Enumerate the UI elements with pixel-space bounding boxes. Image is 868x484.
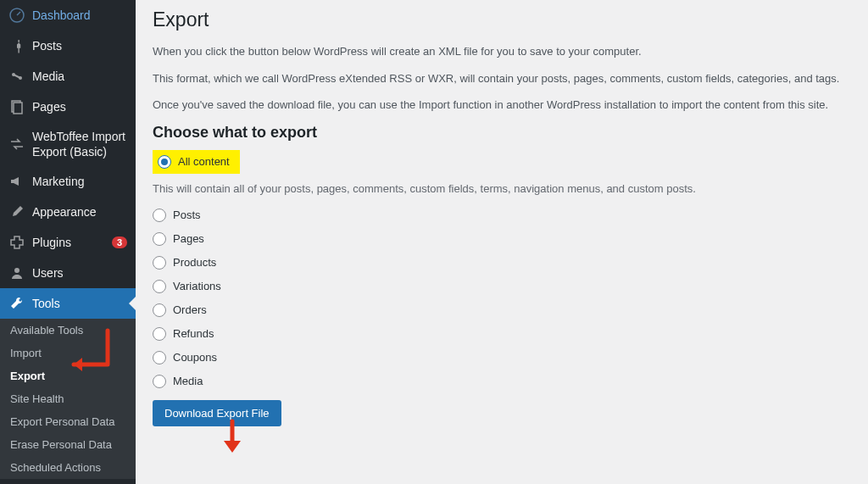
brush-icon [8, 203, 25, 220]
sidebar-item-webtoffee[interactable]: WebToffee Import Export (Basic) [0, 122, 136, 166]
main-content: Export When you click the button below W… [136, 0, 868, 484]
radio-label: All content [178, 155, 230, 168]
svg-point-5 [14, 268, 19, 273]
sidebar-item-label: WebToffee Import Export (Basic) [32, 129, 127, 159]
sidebar-item-label: Dashboard [32, 8, 127, 23]
download-export-file-button[interactable]: Download Export File [153, 400, 281, 426]
sidebar-item-label: Appearance [32, 204, 127, 220]
subnav-import[interactable]: Import [0, 342, 136, 364]
subnav-export[interactable]: Export [0, 364, 136, 387]
pages-icon [8, 98, 25, 115]
all-content-description: This will contain all of your posts, pag… [153, 182, 851, 195]
radio-label: Refunds [173, 327, 214, 340]
radio-input[interactable] [153, 351, 166, 364]
sidebar-item-label: Tools [32, 296, 127, 311]
subnav-available-tools[interactable]: Available Tools [0, 319, 136, 342]
radio-input[interactable] [158, 155, 171, 169]
subnav-site-health[interactable]: Site Health [0, 387, 136, 410]
intro-paragraph: When you click the button below WordPres… [153, 43, 851, 60]
option-variations[interactable]: Variations [153, 280, 851, 293]
radio-label: Posts [173, 209, 201, 221]
option-pages[interactable]: Pages [153, 232, 851, 246]
sidebar-item-pages[interactable]: Pages [0, 92, 136, 122]
subnav-scheduled-actions[interactable]: Scheduled Actions [0, 456, 136, 479]
sidebar-item-marketing[interactable]: Marketing [0, 166, 136, 197]
radio-input[interactable] [153, 327, 166, 341]
pin-icon [8, 37, 25, 54]
radio-label: Media [173, 375, 203, 387]
option-posts[interactable]: Posts [153, 209, 851, 222]
option-orders[interactable]: Orders [153, 303, 851, 317]
dashboard-icon [8, 7, 25, 24]
sidebar-item-label: Posts [32, 38, 127, 53]
option-media[interactable]: Media [153, 375, 851, 388]
radio-label: Products [173, 256, 216, 269]
radio-input[interactable] [153, 209, 166, 222]
sidebar-item-media[interactable]: Media [0, 61, 136, 92]
media-icon [8, 68, 25, 85]
intro-text: When you click the button below WordPres… [153, 43, 851, 114]
section-title: Choose what to export [153, 124, 851, 142]
tools-submenu: Available Tools Import Export Site Healt… [0, 319, 136, 479]
sidebar-item-posts[interactable]: Posts [0, 31, 136, 61]
plugin-update-badge: 3 [112, 236, 127, 248]
sidebar-item-tools[interactable]: Tools [0, 288, 136, 319]
radio-label: Variations [173, 280, 221, 292]
sidebar-item-label: Marketing [32, 174, 127, 189]
sidebar-item-dashboard[interactable]: Dashboard [0, 0, 136, 31]
svg-rect-4 [14, 103, 22, 114]
sidebar-item-users[interactable]: Users [0, 258, 136, 288]
radio-input[interactable] [153, 303, 166, 317]
megaphone-icon [8, 173, 25, 190]
sidebar-item-appearance[interactable]: Appearance [0, 197, 136, 227]
radio-input[interactable] [153, 256, 166, 270]
swap-icon [8, 136, 25, 153]
sidebar-item-plugins[interactable]: Plugins 3 [0, 227, 136, 258]
users-icon [8, 264, 25, 281]
subnav-erase-personal-data[interactable]: Erase Personal Data [0, 433, 136, 456]
intro-paragraph: This format, which we call WordPress eXt… [153, 70, 851, 87]
sidebar-item-label: Plugins [32, 235, 105, 250]
sidebar-item-label: Users [32, 265, 127, 281]
sidebar-item-label: Pages [32, 99, 127, 114]
sidebar-item-label: Media [32, 69, 127, 84]
option-refunds[interactable]: Refunds [153, 327, 851, 341]
wrench-icon [8, 295, 25, 312]
admin-sidebar: Dashboard Posts Media Pages WebToffee Im… [0, 0, 136, 484]
radio-input[interactable] [153, 375, 166, 388]
export-options: All content This will contain all of you… [153, 150, 851, 388]
radio-label: Orders [173, 303, 207, 316]
radio-input[interactable] [153, 232, 166, 246]
option-coupons[interactable]: Coupons [153, 351, 851, 364]
subnav-export-personal-data[interactable]: Export Personal Data [0, 410, 136, 433]
intro-paragraph: Once you've saved the download file, you… [153, 97, 851, 114]
option-products[interactable]: Products [153, 256, 851, 270]
option-all-content[interactable]: All content [153, 150, 240, 174]
radio-label: Pages [173, 232, 204, 245]
radio-label: Coupons [173, 351, 217, 364]
radio-input[interactable] [153, 280, 166, 293]
page-title: Export [153, 8, 851, 31]
plugin-icon [8, 234, 25, 251]
